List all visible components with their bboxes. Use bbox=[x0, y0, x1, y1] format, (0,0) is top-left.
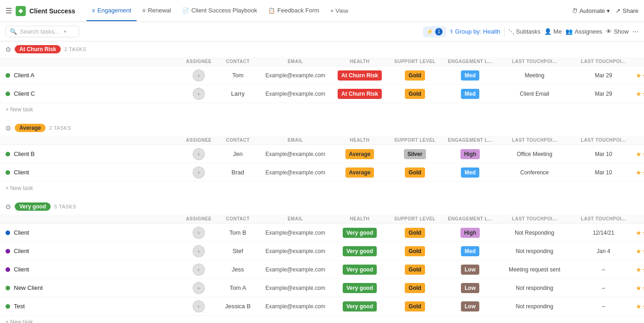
task-name[interactable]: Client B bbox=[14, 150, 35, 157]
toolbar-divider bbox=[504, 27, 505, 36]
support-badge: Gold bbox=[405, 283, 425, 293]
engagement-badge: Med bbox=[461, 89, 479, 99]
tab-engagement[interactable]: ≡ Engagement bbox=[86, 0, 137, 21]
nps-cell: ★★★★★ bbox=[636, 266, 644, 273]
task-name-cell: Test bbox=[6, 303, 180, 310]
search-icon: 🔍 bbox=[10, 28, 17, 35]
col-headers: ASSIGNEECONTACTEMAILHEALTHSUPPORT LEVELE… bbox=[0, 136, 644, 145]
avatar[interactable]: + bbox=[193, 300, 205, 312]
task-name[interactable]: New Client bbox=[14, 284, 43, 291]
new-task-button[interactable]: + New task bbox=[6, 319, 33, 323]
support-badge: Gold bbox=[405, 301, 425, 311]
health-badge: Very good bbox=[343, 265, 377, 275]
support-badge: Gold bbox=[405, 246, 425, 256]
task-dot bbox=[6, 170, 10, 175]
tab-feedback[interactable]: 📋 Feedback Form bbox=[263, 0, 325, 21]
section-badge-very-good[interactable]: Very good bbox=[15, 202, 51, 211]
avatar[interactable]: + bbox=[193, 88, 205, 100]
show-icon: 👁 bbox=[606, 28, 612, 35]
new-task-button[interactable]: + New task bbox=[6, 185, 33, 191]
col-header-assignee: ASSIGNEE bbox=[180, 138, 217, 143]
task-name[interactable]: Client bbox=[14, 266, 29, 273]
new-task-button[interactable]: + New task bbox=[6, 106, 33, 113]
task-name[interactable]: Client bbox=[14, 248, 29, 254]
more-options-button[interactable]: ··· bbox=[632, 28, 638, 36]
task-name[interactable]: Client bbox=[14, 169, 29, 176]
task-name[interactable]: Test bbox=[14, 303, 25, 310]
subtasks-button[interactable]: ⋱ Subtasks bbox=[508, 28, 540, 35]
tab-playbook[interactable]: 📄 Client Success Playbook bbox=[177, 0, 263, 21]
header: ☰ Client Success ≡ Engagement ≡ Renewal … bbox=[0, 0, 644, 22]
contact-cell: Stef bbox=[217, 248, 259, 254]
col-header-last-touchpoi...: LAST TOUCHPOI... bbox=[498, 216, 571, 221]
assignee-cell: + bbox=[180, 88, 217, 100]
add-assignee-icon: + bbox=[197, 72, 201, 79]
health-badge: Very good bbox=[343, 228, 377, 238]
me-button[interactable]: 👤 Me bbox=[544, 28, 562, 35]
star-filled-icon: ★ bbox=[642, 169, 644, 176]
engagement-cell: High bbox=[443, 228, 498, 238]
add-view-button[interactable]: + View bbox=[325, 4, 354, 18]
star-filled-icon: ★ bbox=[636, 90, 642, 98]
hamburger-icon[interactable]: ☰ bbox=[6, 6, 12, 15]
avatar[interactable]: + bbox=[193, 148, 205, 160]
avatar[interactable]: + bbox=[193, 167, 205, 179]
support-badge: Silver bbox=[404, 149, 426, 159]
avatar[interactable]: + bbox=[193, 282, 205, 294]
touchpoint-cell: Conference bbox=[498, 169, 571, 176]
avatar[interactable]: + bbox=[193, 69, 205, 81]
table-row: Client B +JenExample@example.comAverageS… bbox=[0, 145, 644, 163]
email-cell: Example@example.com bbox=[259, 91, 332, 97]
engagement-badge: Low bbox=[461, 265, 479, 275]
col-header-engagement-l...: ENGAGEMENT L... bbox=[443, 216, 498, 221]
col-header-email: EMAIL bbox=[259, 216, 332, 221]
new-task-row: + New task bbox=[0, 182, 644, 197]
email-cell: Example@example.com bbox=[259, 169, 332, 176]
col-header-support-level: SUPPORT LEVEL bbox=[387, 59, 443, 64]
date-cell: – bbox=[571, 285, 636, 291]
nps-cell: ★★★★★ bbox=[636, 229, 644, 236]
col-header-nps-score: NPS SCORE bbox=[636, 138, 644, 143]
star-filled-icon: ★ bbox=[642, 303, 644, 310]
task-name-cell: Client C bbox=[6, 90, 180, 97]
search-box[interactable]: 🔍 Search tasks... ▾ bbox=[6, 26, 79, 37]
email-cell: Example@example.com bbox=[259, 72, 332, 79]
tab-renewal[interactable]: ≡ Renewal bbox=[137, 0, 177, 21]
me-icon: 👤 bbox=[544, 28, 552, 35]
automate-chevron-icon: ▾ bbox=[607, 7, 610, 14]
task-name[interactable]: Client C bbox=[14, 90, 35, 97]
show-button[interactable]: 👁 Show bbox=[606, 28, 629, 35]
assignee-cell: + bbox=[180, 167, 217, 179]
group-by-button[interactable]: ⚕ Group by: Health bbox=[450, 28, 500, 35]
automate-button[interactable]: ⏱ Automate ▾ bbox=[572, 7, 610, 14]
table-row: Client +Tom BExample@example.comVery goo… bbox=[0, 224, 644, 242]
filter-button[interactable]: ⚡ 1 bbox=[423, 26, 446, 37]
share-icon: ↗ bbox=[615, 7, 621, 14]
section-toggle-very-good[interactable]: ⊙ bbox=[6, 203, 11, 210]
section-toggle-average[interactable]: ⊙ bbox=[6, 124, 11, 132]
nps-cell: ★★★★★ bbox=[636, 303, 644, 310]
task-name[interactable]: Client A bbox=[14, 72, 34, 79]
engagement-badge: Med bbox=[461, 246, 479, 256]
feedback-tab-icon: 📋 bbox=[268, 7, 275, 14]
task-dot bbox=[6, 286, 10, 290]
date-cell: Jan 4 bbox=[571, 248, 636, 254]
section-badge-average[interactable]: Average bbox=[15, 124, 46, 132]
star-filled-icon: ★ bbox=[642, 248, 644, 255]
col-header-last-touchpoi...: LAST TOUCHPOI... bbox=[571, 59, 636, 64]
table-row: New Client +Tom AExample@example.comVery… bbox=[0, 279, 644, 297]
avatar[interactable]: + bbox=[193, 245, 205, 257]
task-name[interactable]: Client bbox=[14, 229, 29, 236]
section-toggle-churn[interactable]: ⊙ bbox=[6, 46, 11, 53]
task-name-cell: Client B bbox=[6, 150, 180, 157]
avatar[interactable]: + bbox=[193, 227, 205, 239]
avatar[interactable]: + bbox=[193, 264, 205, 276]
task-name-cell: Client bbox=[6, 266, 180, 273]
engagement-cell: Med bbox=[443, 70, 498, 81]
assignees-button[interactable]: 👥 Assignees bbox=[565, 28, 602, 35]
health-badge: Very good bbox=[343, 301, 377, 311]
health-cell: Very good bbox=[332, 228, 387, 238]
section-badge-churn[interactable]: At Churn Risk bbox=[15, 45, 61, 53]
health-cell: Very good bbox=[332, 265, 387, 275]
share-button[interactable]: ↗ Share bbox=[615, 7, 638, 14]
